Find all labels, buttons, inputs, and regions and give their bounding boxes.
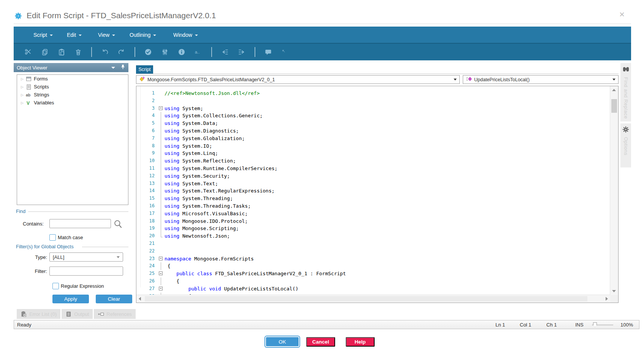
delete-icon[interactable] bbox=[74, 48, 82, 56]
tree-item-variables[interactable]: ▷VVariables bbox=[17, 99, 128, 107]
code-line[interactable]: 16using System.Threading.Tasks; bbox=[136, 202, 610, 210]
clear-button[interactable]: Clear bbox=[96, 295, 132, 303]
cancel-button[interactable]: Cancel bbox=[306, 337, 335, 347]
cut-icon[interactable] bbox=[24, 48, 32, 56]
fold-toggle-icon[interactable] bbox=[158, 285, 165, 293]
regular-expression-checkbox[interactable] bbox=[52, 283, 59, 289]
class-selector-value: Mongoose.FormScripts.FTD_SalesPriceListM… bbox=[147, 77, 275, 82]
code-line[interactable]: 19using Mongoose.Scripting; bbox=[136, 225, 610, 232]
complete-word-icon[interactable]: a.. bbox=[195, 48, 202, 56]
line-number: 1 bbox=[136, 90, 158, 97]
code-line[interactable]: 11using System.Runtime.CompilerServices; bbox=[136, 165, 610, 172]
validate-icon[interactable] bbox=[144, 48, 152, 56]
code-line[interactable]: 1//<ref>Newtonsoft.Json.dll</ref> bbox=[136, 90, 610, 97]
info-icon[interactable] bbox=[178, 48, 185, 56]
code-line[interactable]: 4using System.Collections.Generic; bbox=[136, 112, 610, 120]
outdent-icon[interactable] bbox=[221, 48, 229, 56]
tree-item-forms[interactable]: ▷Forms bbox=[17, 75, 128, 83]
menu-window[interactable]: Window bbox=[173, 27, 198, 43]
scroll-right-icon[interactable] bbox=[606, 297, 608, 301]
scroll-up-icon[interactable] bbox=[612, 89, 616, 91]
code-line[interactable]: 13using System.Text; bbox=[136, 180, 610, 188]
comment-icon[interactable] bbox=[264, 48, 272, 56]
pin-icon[interactable] bbox=[120, 64, 125, 71]
scroll-down-icon[interactable] bbox=[612, 290, 616, 292]
code-line[interactable]: 12using System.Security; bbox=[136, 172, 610, 180]
fold-toggle-icon[interactable] bbox=[158, 255, 165, 263]
collapse-box-icon[interactable] bbox=[159, 287, 163, 290]
expander-icon[interactable]: ▷ bbox=[21, 101, 25, 105]
class-selector-combo[interactable]: Mongoose.FormScripts.FTD_SalesPriceListM… bbox=[136, 75, 460, 84]
code-line[interactable]: 23namespace Mongoose.FormScripts bbox=[136, 255, 610, 263]
apply-button[interactable]: Apply bbox=[52, 295, 89, 303]
uncomment-icon[interactable] bbox=[281, 48, 289, 56]
vertical-scrollbar-thumb[interactable] bbox=[611, 99, 617, 113]
filter-input[interactable] bbox=[49, 267, 123, 276]
search-icon[interactable] bbox=[113, 219, 123, 231]
menu-edit[interactable]: Edit bbox=[67, 27, 82, 43]
type-dropdown[interactable]: [ALL] bbox=[49, 252, 123, 262]
collapse-box-icon[interactable] bbox=[159, 271, 163, 275]
horizontal-scrollbar[interactable] bbox=[136, 295, 610, 303]
code-line[interactable]: 5using System.Data; bbox=[136, 120, 610, 127]
bottom-tab-error-list-0-[interactable]: Error List (0) bbox=[17, 309, 60, 319]
code-line[interactable]: 22 bbox=[136, 248, 610, 255]
copy-icon[interactable] bbox=[41, 48, 49, 56]
side-tab-find-and-replace[interactable]: Find and Replace bbox=[620, 63, 631, 121]
close-icon[interactable]: × bbox=[619, 10, 625, 19]
code-line[interactable]: 8using System.IO; bbox=[136, 142, 610, 150]
expander-icon[interactable]: ▷ bbox=[21, 85, 25, 89]
code-line[interactable]: 2 bbox=[136, 97, 610, 105]
code-line[interactable]: 20using Newtonsoft.Json; bbox=[136, 232, 610, 240]
match-case-checkbox[interactable] bbox=[49, 234, 56, 241]
tab-script[interactable]: Script bbox=[136, 65, 153, 74]
fold-margin bbox=[158, 195, 165, 202]
code-line[interactable]: 26 { bbox=[136, 278, 610, 285]
paste-icon[interactable] bbox=[58, 48, 65, 56]
menu-view[interactable]: View bbox=[98, 27, 115, 43]
contains-input[interactable] bbox=[49, 219, 111, 228]
indent-icon[interactable] bbox=[238, 48, 245, 56]
collapse-box-icon[interactable] bbox=[159, 257, 163, 260]
fold-toggle-icon[interactable] bbox=[158, 105, 165, 112]
code-line[interactable]: 27 public void UpdatePriceListsToLocal() bbox=[136, 285, 610, 293]
code-line[interactable]: 6using System.Diagnostics; bbox=[136, 127, 610, 135]
fold-toggle-icon[interactable] bbox=[158, 270, 165, 278]
code-line[interactable]: 9using System.Linq; bbox=[136, 150, 610, 157]
redo-icon[interactable] bbox=[118, 48, 125, 56]
fold-margin bbox=[158, 142, 165, 150]
collapse-box-icon[interactable] bbox=[159, 106, 163, 110]
bottom-tab-references[interactable]: References bbox=[94, 309, 135, 319]
vertical-scrollbar[interactable] bbox=[610, 86, 618, 295]
code-editor[interactable]: 1//<ref>Newtonsoft.Json.dll</ref>23using… bbox=[136, 86, 619, 303]
side-tab-options[interactable]: Options bbox=[620, 123, 631, 167]
code-line[interactable]: 10using System.Reflection; bbox=[136, 157, 610, 165]
code-line[interactable]: 18using Mongoose.IDO.Protocol; bbox=[136, 218, 610, 225]
code-line[interactable]: 17using Microsoft.VisualBasic; bbox=[136, 210, 610, 218]
tree-item-strings[interactable]: ▷abStrings bbox=[17, 91, 128, 99]
chevron-down-icon[interactable] bbox=[111, 67, 115, 69]
code-line[interactable]: 24 { bbox=[136, 262, 610, 270]
expander-icon[interactable]: ▷ bbox=[21, 93, 25, 97]
menu-script[interactable]: Script bbox=[33, 27, 53, 43]
code-line[interactable]: 21 bbox=[136, 240, 610, 248]
code-line[interactable]: 14using System.Text.RegularExpressions; bbox=[136, 187, 610, 195]
menu-outlining[interactable]: Outlining bbox=[130, 27, 156, 43]
code-area[interactable]: 1//<ref>Newtonsoft.Json.dll</ref>23using… bbox=[136, 86, 610, 295]
scroll-left-icon[interactable] bbox=[139, 297, 141, 301]
bottom-tab-output[interactable]: Output bbox=[62, 309, 93, 319]
undo-icon[interactable] bbox=[101, 48, 109, 56]
code-line[interactable]: 15using System.Threading; bbox=[136, 195, 610, 202]
expander-icon[interactable]: ▷ bbox=[21, 77, 25, 81]
settings-icon[interactable] bbox=[161, 48, 169, 56]
tree-item-scripts[interactable]: ▷Scripts bbox=[17, 83, 128, 91]
code-line[interactable]: 3using System; bbox=[136, 105, 610, 112]
horizontal-scrollbar-thumb[interactable] bbox=[145, 296, 587, 301]
method-selector-combo[interactable]: UpdatePriceListsToLocal() bbox=[463, 75, 619, 84]
code-line[interactable]: 25 public class FTD_SalesPriceListManage… bbox=[136, 270, 610, 278]
help-button[interactable]: Help bbox=[346, 337, 375, 347]
zoom-slider-thumb[interactable] bbox=[593, 322, 597, 327]
object-viewer-header[interactable]: Object Viewer bbox=[14, 63, 128, 72]
ok-button[interactable]: OK bbox=[265, 336, 299, 347]
code-line[interactable]: 7using System.Globalization; bbox=[136, 135, 610, 142]
